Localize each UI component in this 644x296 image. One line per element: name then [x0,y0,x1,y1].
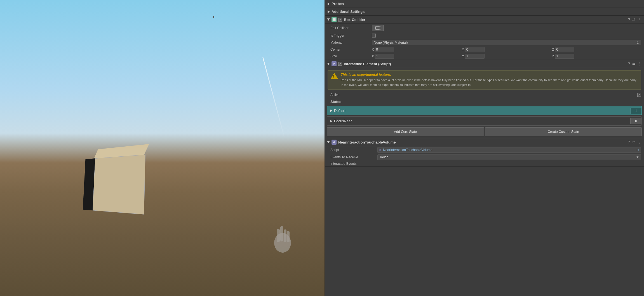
states-heading: States [325,98,644,105]
box-collider-header[interactable]: ⬜ ✓ Box Collider ? ⇄ ⋮ [325,16,644,24]
material-field[interactable]: None (Physic Material) ⊙ [372,40,641,45]
size-xyz-row: X Y Z [372,54,641,59]
events-label: Events To Receive [330,155,375,159]
events-dropdown[interactable]: Touch ▼ [377,154,641,160]
svg-rect-9 [379,29,380,30]
action-buttons-row: Add Core State Create Custom State [327,127,642,136]
experimental-warning-box: This is an experimental feature. Parts o… [328,70,641,90]
warning-title: This is an experimental feature. [341,73,638,77]
svg-rect-2 [277,229,280,242]
hand-cursor [271,220,294,254]
edit-collider-row: Edit Collider [325,24,644,32]
is-trigger-label: Is Trigger [330,34,370,37]
light-beam [262,57,285,139]
state-item-focusnear[interactable]: FocusNear 0 [327,116,642,126]
interactive-element-settings-icon[interactable]: ⇄ [632,62,636,66]
svg-rect-5 [375,26,380,30]
add-core-state-button[interactable]: Add Core State [327,127,484,136]
center-y-label: Y [462,48,464,51]
svg-rect-7 [379,26,380,27]
script-ref-field[interactable]: # NearInteractionTouchableVolume ⊙ [377,147,641,153]
size-y-input[interactable] [465,54,485,59]
box-collider-icon: ⬜ [332,17,337,22]
near-interaction-more-icon[interactable]: ⋮ [638,140,642,144]
near-interaction-section: # NearInteractionTouchableVolume ? ⇄ ⋮ S… [325,138,644,167]
near-interaction-header-icons: ? ⇄ ⋮ [628,140,642,144]
active-label: Active [330,93,635,97]
state-focusnear-expand-icon [330,120,332,123]
warning-text-container: This is an experimental feature. Parts o… [341,73,638,87]
create-custom-state-button[interactable]: Create Custom State [485,127,642,136]
svg-rect-4 [287,231,290,242]
interactive-element-enabled-checkbox[interactable]: ✓ [338,62,342,66]
near-interaction-title: NearInteractionTouchableVolume [338,140,626,144]
warning-body: Parts of the MRTK appear to have a lot o… [341,78,638,87]
script-row: Script # NearInteractionTouchableVolume … [325,146,644,154]
cube-front-face [93,154,145,214]
material-select-icon[interactable]: ⊙ [636,41,639,44]
state-default-name: Default [334,109,345,113]
viewport[interactable] [0,0,325,296]
size-x-field: X [372,54,461,59]
center-x-input[interactable] [375,47,394,52]
state-default-count: 1 [630,108,641,114]
interacted-label: Interacted Events [330,162,356,166]
near-interaction-expand-icon [327,141,330,143]
state-item-default-label: Default [327,106,630,115]
near-interaction-icon: # [332,140,337,145]
state-item-focusnear-label: FocusNear [327,117,630,125]
events-value: Touch [379,155,388,159]
center-z-input[interactable] [555,47,574,52]
size-x-label: X [372,55,374,58]
size-z-label: Z [552,55,554,58]
box-collider-more-icon[interactable]: ⋮ [638,17,642,22]
near-interaction-settings-icon[interactable]: ⇄ [632,140,636,144]
cube [93,154,145,214]
interactive-element-title: Interactive Element (Script) [344,62,626,66]
interactive-element-more-icon[interactable]: ⋮ [638,62,642,66]
size-y-label: Y [462,55,464,58]
interactive-element-icon: # [332,61,337,66]
center-x-field: X [372,47,461,52]
edit-collider-label: Edit Collider [330,26,370,30]
material-value: None (Physic Material) [374,41,408,44]
box-collider-header-icons: ? ⇄ ⋮ [628,17,642,22]
svg-rect-3 [284,229,286,242]
box-collider-title: Box Collider [344,18,626,22]
script-hash-icon: # [379,149,381,152]
size-x-input[interactable] [375,54,394,59]
center-z-label: Z [552,48,554,51]
size-z-input[interactable] [555,54,574,59]
interactive-element-header[interactable]: # ✓ Interactive Element (Script) ? ⇄ ⋮ [325,60,644,68]
interactive-element-expand-icon [327,63,330,65]
state-item-default[interactable]: Default 1 [327,106,642,115]
center-y-input[interactable] [465,47,485,52]
is-trigger-checkbox[interactable] [372,34,376,37]
edit-collider-button[interactable] [372,25,384,31]
script-ref-value: NearInteractionTouchableVolume [383,148,433,152]
material-row: Material None (Physic Material) ⊙ [325,39,644,46]
near-interaction-header[interactable]: # NearInteractionTouchableVolume ? ⇄ ⋮ [325,138,644,146]
interactive-element-section: # ✓ Interactive Element (Script) ? ⇄ ⋮ T… [325,60,644,138]
state-focusnear-name: FocusNear [334,119,352,123]
size-row: Size X Y Z [325,53,644,60]
additional-settings-section[interactable]: Additional Settings [325,8,644,16]
box-collider-settings-icon[interactable]: ⇄ [632,17,636,22]
is-trigger-row: Is Trigger [325,32,644,39]
script-label: Script [330,148,375,152]
additional-settings-collapse-icon [328,10,330,13]
events-dropdown-arrow-icon: ▼ [636,155,639,159]
near-interaction-help-icon[interactable]: ? [628,140,630,144]
interactive-element-help-icon[interactable]: ? [628,62,630,66]
box-collider-expand-icon [327,18,330,21]
cube-container [90,156,145,212]
box-collider-enabled-checkbox[interactable]: ✓ [338,18,342,22]
probes-section[interactable]: Probes [325,0,644,8]
svg-rect-1 [280,226,283,241]
active-checkbox[interactable]: ✓ [637,93,641,97]
script-ref-select-icon[interactable]: ⊙ [636,148,639,152]
state-focusnear-count: 0 [630,118,641,124]
inspector-panel: Probes Additional Settings ⬜ ✓ Box Colli… [325,0,644,296]
probes-label: Probes [332,2,344,6]
box-collider-help-icon[interactable]: ? [628,17,630,22]
